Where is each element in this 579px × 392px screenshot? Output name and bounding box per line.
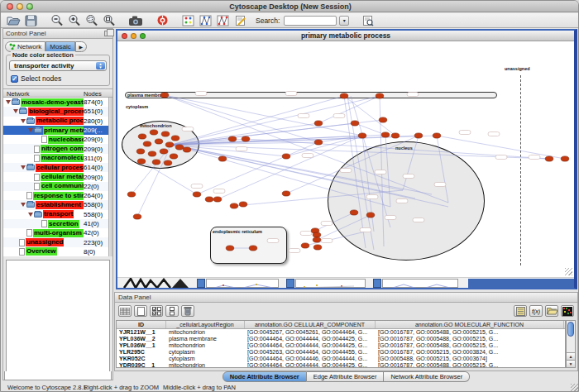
- tree-row-1[interactable]: biological_process651(0): [3, 107, 112, 116]
- table-row-4[interactable]: YKR052Ccytoplasm[GO:0044464, GO:0044446,…: [117, 356, 565, 362]
- table-cell[interactable]: [GO:0016787, GO:0005488, GO:0005215, G..…: [376, 362, 564, 368]
- background-frame-thumbnail[interactable]: [295, 279, 366, 288]
- expander-icon[interactable]: [28, 213, 33, 217]
- delete-attribute-icon[interactable]: [181, 305, 194, 317]
- table-row-5[interactable]: YDR039C__1mitochondrion[GO:0044464, GO:0…: [117, 362, 565, 368]
- window-resize-grip-icon[interactable]: [571, 384, 579, 392]
- network-node[interactable]: [160, 149, 168, 154]
- zoom-window-icon[interactable]: [26, 3, 33, 10]
- tree-row-3[interactable]: primary metabo209(...: [3, 126, 112, 135]
- network-node[interactable]: [127, 192, 136, 197]
- enhanced-search-icon[interactable]: [361, 14, 376, 26]
- expander-icon[interactable]: [13, 109, 18, 113]
- frame-resize-grip-icon[interactable]: [565, 268, 572, 275]
- table-cell[interactable]: [GO:0044464, GO:0044444, GO:0044425, G..…: [245, 362, 376, 368]
- network-node[interactable]: [350, 210, 358, 215]
- table-cell[interactable]: plasma membrane: [166, 336, 245, 342]
- frame-zoom-icon[interactable]: [140, 33, 146, 39]
- tree-row-15[interactable]: unassigned223(0): [3, 237, 112, 246]
- match-selected-attributes-icon[interactable]: [150, 305, 163, 317]
- network-node[interactable]: [230, 203, 238, 208]
- table-row-0[interactable]: YJR121W__1mitochondrion[GO:0045267, GO:0…: [117, 329, 565, 336]
- table-cell[interactable]: [GO:0016787, GO:0005215, GO:0003824, G..…: [376, 349, 564, 356]
- tree-row-10[interactable]: response to stimulu264(0): [3, 191, 112, 200]
- network-node[interactable]: [218, 156, 227, 161]
- network-node[interactable]: [239, 202, 247, 207]
- table-cell[interactable]: [GO:0045263, GO:0044464, GO:0044455, G..…: [245, 349, 376, 356]
- network-node[interactable]: [314, 121, 323, 126]
- window-titlebar[interactable]: Cytoscape Desktop (New Session): [1, 1, 579, 12]
- heatmap-view-icon[interactable]: [561, 305, 574, 317]
- select-nodes-checkbox[interactable]: ✓: [11, 75, 18, 83]
- network-node[interactable]: [170, 154, 178, 159]
- expander-icon[interactable]: [6, 100, 11, 104]
- expander-icon[interactable]: [28, 128, 33, 132]
- search-dropdown-arrow-icon[interactable]: ▾: [339, 16, 349, 26]
- table-row-3[interactable]: YLR295Ccytoplasm[GO:0045263, GO:0044464,…: [117, 349, 565, 356]
- table-cell[interactable]: [GO:0045267, GO:0045261, GO:0044464, G..…: [245, 329, 376, 336]
- open-file-icon[interactable]: [6, 14, 21, 26]
- network-node[interactable]: [366, 213, 375, 218]
- network-node[interactable]: [136, 149, 145, 154]
- table-cell[interactable]: cytoplasm: [166, 349, 245, 356]
- network-node[interactable]: [433, 133, 441, 138]
- network-node[interactable]: [148, 151, 156, 156]
- background-frame-handle[interactable]: [286, 279, 294, 288]
- tree-row-14[interactable]: multi-organism pro42(0): [3, 228, 112, 237]
- tree-header-network[interactable]: Network: [7, 90, 30, 98]
- network-node[interactable]: [313, 245, 322, 250]
- tree-header[interactable]: Network Nodes: [3, 88, 112, 98]
- network-node[interactable]: [282, 191, 290, 196]
- import-attributes-icon[interactable]: [545, 305, 558, 317]
- table-cell[interactable]: [GO:0016787, GO:0005488, GO:0005215, G..…: [376, 342, 564, 349]
- tree-row-8[interactable]: cellular metabol209(0): [3, 172, 112, 181]
- network-node[interactable]: [171, 136, 179, 141]
- table-cell[interactable]: YLR295C: [117, 349, 166, 356]
- network-view-titlebar[interactable]: primary metabolic process: [117, 31, 574, 41]
- tree-row-13[interactable]: secretion41(0): [3, 219, 112, 228]
- table-cell[interactable]: [GO:0044464, GO:0044446, GO:0044444, G..…: [245, 356, 376, 362]
- network-node[interactable]: [545, 156, 553, 161]
- tree-row-0[interactable]: mosaic-demo-yeast874(0): [3, 98, 112, 107]
- tab-node-attribute-browser[interactable]: Node Attribute Browser: [223, 371, 307, 382]
- network-node[interactable]: [164, 160, 172, 165]
- save-table-icon[interactable]: [514, 305, 527, 317]
- tab-network[interactable]: Network: [5, 41, 45, 52]
- network-node[interactable]: [228, 136, 237, 141]
- network-node[interactable]: [161, 131, 170, 136]
- tree-row-7[interactable]: cellular process614(0): [3, 163, 112, 172]
- table-cell[interactable]: mitochondrion: [166, 362, 245, 368]
- tab-network-attribute-browser[interactable]: Network Attribute Browser: [384, 371, 470, 382]
- layout-red-icon[interactable]: [216, 14, 231, 26]
- network-node[interactable]: [301, 243, 309, 248]
- close-icon[interactable]: [7, 3, 13, 10]
- network-node[interactable]: [351, 121, 359, 126]
- table-cell[interactable]: cytoplasm: [166, 356, 245, 362]
- table-cell[interactable]: [GO:0005488, GO:0005215, GO:0003674]: [376, 356, 564, 362]
- network-node[interactable]: [155, 139, 163, 144]
- select-attributes-icon[interactable]: [118, 305, 132, 317]
- tree-row-11[interactable]: establishment of lo558(0): [3, 200, 112, 209]
- tab-mosaic[interactable]: Mosaic: [45, 41, 74, 52]
- dropdown-stepper-icon[interactable]: ▲▼: [96, 62, 105, 69]
- tree-row-12[interactable]: transport558(0): [3, 210, 112, 219]
- network-node[interactable]: [561, 156, 569, 161]
- layout-blue-icon[interactable]: [199, 14, 213, 26]
- tree-scrollbar[interactable]: [108, 98, 112, 256]
- tree-row-6[interactable]: macromolecule311(0): [3, 154, 112, 163]
- network-node[interactable]: [414, 133, 423, 138]
- table-cell[interactable]: YKR052C: [117, 356, 166, 362]
- table-cell[interactable]: [GO:0044464, GO:0044444, GO:0044425, G..…: [245, 342, 376, 349]
- network-node[interactable]: [391, 133, 400, 138]
- table-cell[interactable]: mitochondrion: [166, 329, 245, 336]
- network-node[interactable]: [213, 197, 222, 202]
- network-canvas[interactable]: plasma membrane cytoplasm mitochondrion …: [117, 41, 574, 277]
- tree-row-4[interactable]: nucleobase-209(0): [3, 135, 112, 144]
- unselect-attributes-icon[interactable]: [165, 305, 179, 317]
- expander-icon[interactable]: [21, 119, 26, 123]
- search-input[interactable]: [284, 16, 337, 26]
- network-node[interactable]: [143, 141, 151, 146]
- expander-icon[interactable]: [21, 165, 26, 170]
- network-node[interactable]: [183, 147, 191, 152]
- network-node[interactable]: [193, 192, 201, 197]
